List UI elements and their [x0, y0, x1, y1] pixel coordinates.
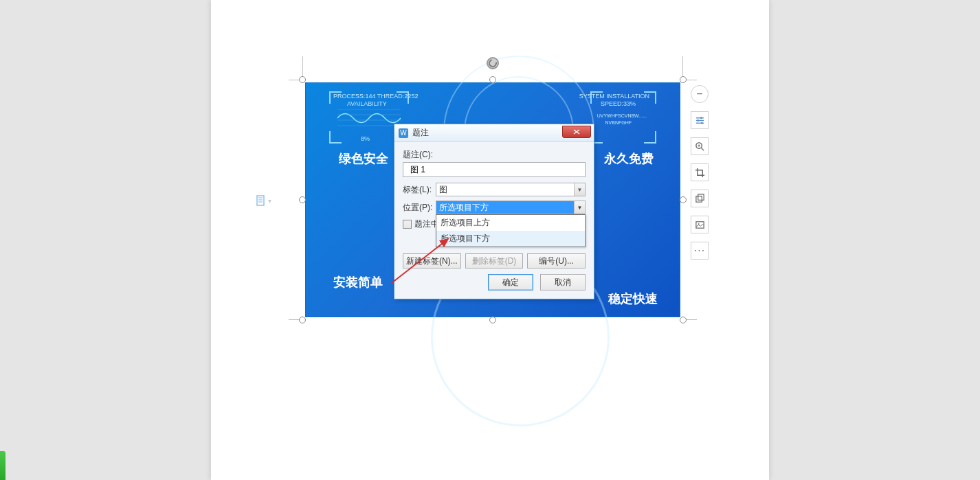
svg-point-22 [698, 223, 699, 225]
img-text-availability: AVAILABILITY [347, 100, 387, 107]
image-icon [695, 220, 705, 230]
collapse-toolbar-button[interactable]: − [691, 85, 709, 103]
svg-point-13 [697, 119, 699, 122]
img-text-pct: 8% [361, 135, 370, 142]
rotate-handle[interactable] [487, 57, 499, 69]
image-tools-toolbar: − ··· [691, 85, 709, 260]
compress-image-button[interactable] [691, 216, 709, 233]
svg-point-14 [700, 122, 702, 124]
numbering-button[interactable]: 编号(U)... [527, 253, 586, 268]
exclude-label-checkbox[interactable] [403, 220, 412, 229]
position-select-value: 所选项目下方 [439, 202, 489, 214]
crop-icon [695, 168, 705, 178]
cancel-button[interactable]: 取消 [540, 274, 586, 290]
replace-icon [695, 194, 705, 204]
svg-line-16 [701, 148, 704, 150]
img-text-speed: SPEED:33% [601, 100, 636, 107]
label-select-value: 图 [439, 184, 447, 196]
delete-label-button: 删除标签(D) [465, 253, 524, 268]
caption-input[interactable] [403, 162, 586, 177]
svg-point-12 [700, 117, 702, 119]
crop-button[interactable] [691, 163, 709, 181]
svg-rect-21 [695, 221, 703, 227]
img-text-sub1: UVYWHFSCVNBW...... [597, 113, 647, 118]
chevron-down-icon: ▼ [574, 201, 585, 214]
zoom-in-icon [695, 141, 705, 152]
img-label-stable: 稳定快速 [608, 290, 658, 307]
resize-handle-se[interactable] [680, 317, 687, 323]
close-icon [573, 129, 580, 135]
status-indicator [0, 451, 5, 480]
close-button[interactable] [562, 126, 591, 138]
img-label-simple: 安装简单 [333, 274, 383, 290]
dropdown-option-below[interactable]: 所选项目下方 [436, 231, 585, 247]
minus-icon: − [696, 89, 702, 100]
svg-rect-20 [698, 194, 703, 199]
more-tools-button[interactable]: ··· [691, 242, 709, 260]
caption-dialog: W 题注 题注(C): 标签(L): 图 ▼ 位置(P): 所选项目下方 ▼ 所… [394, 124, 594, 299]
dropdown-caret-icon: ▾ [268, 197, 271, 205]
resize-handle-s[interactable] [489, 317, 496, 323]
ok-button[interactable]: 确定 [488, 274, 533, 290]
resize-handle-nw[interactable] [299, 76, 306, 83]
caption-label: 题注(C): [403, 149, 586, 161]
resize-handle-n[interactable] [489, 76, 496, 83]
resize-handle-sw[interactable] [299, 317, 306, 323]
properties-button[interactable] [691, 111, 709, 129]
waveform-graphic [337, 109, 401, 127]
dialog-body: 题注(C): 标签(L): 图 ▼ 位置(P): 所选项目下方 ▼ 所选项目上方… [394, 142, 594, 299]
img-label-free: 永久免费 [604, 150, 654, 167]
chevron-down-icon: ▼ [574, 183, 585, 196]
layout-options-icon[interactable]: ▾ [256, 195, 271, 206]
adjust-icon [695, 115, 705, 126]
position-dropdown: 所选项目上方 所选项目下方 [436, 214, 586, 247]
more-icon: ··· [694, 244, 705, 257]
svg-rect-19 [695, 196, 701, 201]
img-text-process: PROCESS:144 THREAD:2252 [333, 93, 418, 100]
position-label: 位置(P): [403, 202, 436, 214]
dialog-titlebar[interactable]: W 题注 [394, 124, 594, 142]
resize-handle-e[interactable] [680, 196, 687, 203]
new-label-button[interactable]: 新建标签(N)... [403, 253, 461, 268]
img-text-sub2: NVBNFGHF [605, 120, 632, 125]
zoom-button[interactable] [691, 137, 709, 155]
img-label-green-safe: 绿色安全 [339, 150, 388, 167]
resize-handle-w[interactable] [299, 196, 306, 203]
dropdown-option-above[interactable]: 所选项目上方 [436, 215, 585, 231]
img-text-sysinstall: SYSTEM INSTALLATION [579, 93, 649, 100]
decoration-bracket [644, 131, 656, 144]
svg-rect-4 [257, 196, 264, 205]
dialog-app-icon: W [399, 128, 408, 138]
dialog-title: 题注 [412, 127, 429, 139]
resize-handle-ne[interactable] [680, 76, 687, 83]
position-select[interactable]: 所选项目下方 ▼ [436, 201, 586, 214]
label-select[interactable]: 图 ▼ [436, 183, 586, 196]
decoration-bracket [329, 131, 342, 144]
label-label: 标签(L): [403, 184, 436, 196]
replace-image-button[interactable] [691, 190, 709, 207]
